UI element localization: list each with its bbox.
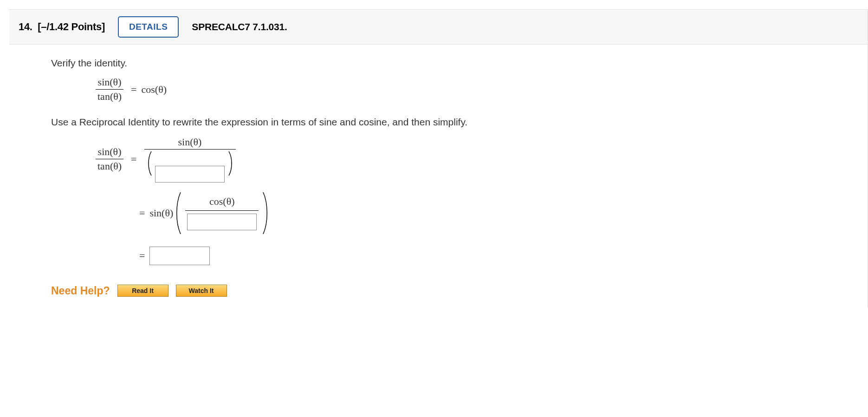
equals-sign: =	[131, 84, 136, 96]
fraction-numerator: cos(θ)	[207, 195, 237, 210]
question-header: 14. [–/1.42 Points] DETAILS SPRECALC7 7.…	[9, 10, 868, 45]
step1-lhs-fraction: sin(θ) tan(θ)	[96, 146, 123, 172]
right-paren-icon	[261, 191, 270, 235]
step2-expression: = sin(θ) cos(θ)	[135, 191, 868, 235]
step2-prefix: sin(θ)	[149, 207, 173, 219]
fraction-denominator: tan(θ)	[96, 159, 123, 172]
step2-answer-input[interactable]	[187, 214, 257, 230]
fraction-denominator: tan(θ)	[96, 89, 123, 103]
question-body: Verify the identity. sin(θ) tan(θ) = cos…	[9, 45, 868, 307]
fraction-numerator: sin(θ)	[96, 76, 123, 89]
step1-expression: sin(θ) tan(θ) = sin(θ)	[93, 136, 868, 182]
step3-expression: =	[135, 247, 868, 265]
step3-answer-input[interactable]	[149, 247, 210, 265]
read-it-button[interactable]: Read It	[117, 285, 168, 297]
left-paren-icon	[146, 150, 153, 176]
equals-sign: =	[139, 250, 145, 262]
fraction-numerator: sin(θ)	[96, 146, 123, 159]
sub-instruction-text: Use a Reciprocal Identity to rewrite the…	[51, 117, 868, 128]
identity-lhs-fraction: sin(θ) tan(θ)	[96, 76, 123, 103]
question-reference: SPRECALC7 7.1.031.	[192, 21, 287, 33]
right-paren-icon	[227, 150, 234, 176]
identity-expression: sin(θ) tan(θ) = cos(θ)	[93, 76, 868, 103]
need-help-label: Need Help?	[51, 285, 110, 297]
question-container: 14. [–/1.42 Points] DETAILS SPRECALC7 7.…	[9, 9, 868, 307]
watch-it-button[interactable]: Watch It	[176, 285, 227, 297]
help-row: Need Help? Read It Watch It	[51, 285, 868, 297]
fraction-numerator: sin(θ)	[176, 136, 204, 149]
step1-answer-input[interactable]	[155, 166, 225, 182]
question-number-points: 14. [–/1.42 Points]	[19, 21, 105, 33]
equals-sign: =	[131, 153, 136, 165]
details-button[interactable]: DETAILS	[118, 16, 179, 38]
fraction-denominator	[185, 210, 259, 230]
identity-rhs: cos(θ)	[142, 84, 167, 96]
step1-rhs-fraction: sin(θ)	[144, 136, 236, 182]
fraction-denominator	[144, 149, 236, 182]
left-paren-icon	[174, 191, 182, 235]
instruction-text: Verify the identity.	[51, 58, 868, 69]
equals-sign: =	[139, 207, 145, 219]
step2-inner-fraction: cos(θ)	[185, 195, 259, 230]
